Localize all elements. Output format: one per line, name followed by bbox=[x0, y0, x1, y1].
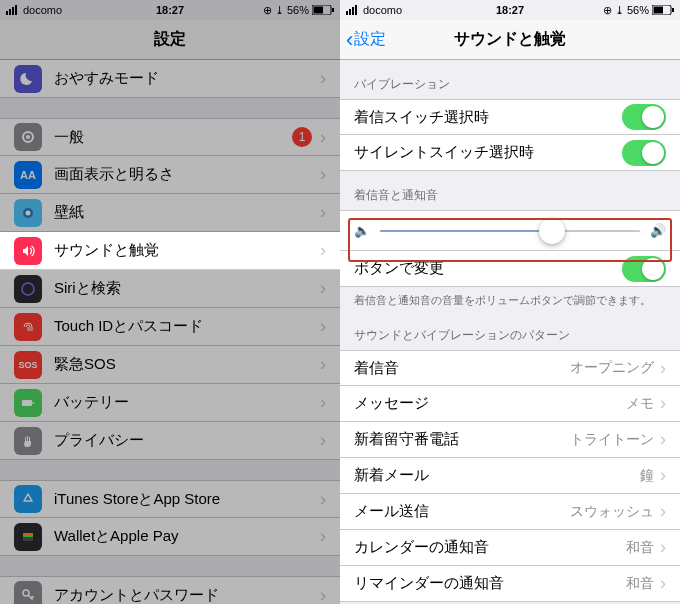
svg-rect-24 bbox=[672, 8, 674, 12]
appstore-icon bbox=[14, 485, 42, 513]
wallet-icon bbox=[14, 523, 42, 551]
status-bar: docomo 18:27 ⊕ ⤓ 56% bbox=[0, 0, 340, 20]
cell-dnd[interactable]: おやすみモード › bbox=[0, 60, 340, 98]
cell-newmail[interactable]: 新着メール 鐘 › bbox=[340, 458, 680, 494]
chevron-right-icon: › bbox=[320, 585, 326, 605]
cell-general[interactable]: 一般 1 › bbox=[0, 118, 340, 156]
svg-point-10 bbox=[26, 210, 31, 215]
cell-sos[interactable]: SOS 緊急SOS › bbox=[0, 346, 340, 384]
cell-silent-switch[interactable]: サイレントスイッチ選択時 bbox=[340, 135, 680, 171]
cell-detail: 鐘 bbox=[640, 467, 654, 485]
speaker-icon bbox=[14, 237, 42, 265]
cell-message[interactable]: メッセージ メモ › bbox=[340, 386, 680, 422]
cell-label: 壁紙 bbox=[54, 203, 320, 222]
settings-root-screen: docomo 18:27 ⊕ ⤓ 56% 設定 おやすみモード › 一般 1 › bbox=[0, 0, 340, 604]
cell-itunes[interactable]: iTunes StoreとApp Store › bbox=[0, 480, 340, 518]
cell-label: プライバシー bbox=[54, 431, 320, 450]
chevron-right-icon: › bbox=[320, 240, 326, 261]
chevron-right-icon: › bbox=[320, 489, 326, 510]
slider-thumb[interactable] bbox=[539, 218, 565, 244]
sounds-list: バイブレーション 着信スイッチ選択時 サイレントスイッチ選択時 着信音と通知音 … bbox=[340, 60, 680, 602]
volume-low-icon: 🔈 bbox=[354, 223, 370, 238]
gear-icon bbox=[14, 123, 42, 151]
volume-slider[interactable] bbox=[380, 230, 640, 232]
page-title: サウンドと触覚 bbox=[454, 29, 566, 50]
status-bar: docomo 18:27 ⊕ ⤓ 56% bbox=[340, 0, 680, 20]
cell-label: メール送信 bbox=[354, 502, 570, 521]
cell-label: メッセージ bbox=[354, 394, 626, 413]
cell-label: Siriと検索 bbox=[54, 279, 320, 298]
cell-ring-switch[interactable]: 着信スイッチ選択時 bbox=[340, 99, 680, 135]
svg-rect-20 bbox=[352, 7, 354, 15]
toggle-switch[interactable] bbox=[622, 140, 666, 166]
notification-badge: 1 bbox=[292, 127, 312, 147]
section-header-vibration: バイブレーション bbox=[340, 60, 680, 99]
sounds-screen: docomo 18:27 ⊕ ⤓ 56% ‹ 設定 サウンドと触覚 バイブレーシ… bbox=[340, 0, 680, 604]
section-header-patterns: サウンドとバイブレーションのパターン bbox=[340, 311, 680, 350]
key-icon bbox=[14, 581, 42, 604]
volume-high-icon: 🔊 bbox=[650, 223, 666, 238]
wallpaper-icon bbox=[14, 199, 42, 227]
toggle-switch[interactable] bbox=[622, 104, 666, 130]
cell-reminder[interactable]: リマインダーの通知音 和音 › bbox=[340, 566, 680, 602]
chevron-right-icon: › bbox=[320, 164, 326, 185]
cell-wallet[interactable]: WalletとApple Pay › bbox=[0, 518, 340, 556]
chevron-right-icon: › bbox=[660, 358, 666, 379]
cell-siri[interactable]: Siriと検索 › bbox=[0, 270, 340, 308]
chevron-right-icon: › bbox=[660, 537, 666, 558]
cell-privacy[interactable]: プライバシー › bbox=[0, 422, 340, 460]
svg-rect-13 bbox=[33, 402, 35, 404]
cell-calendar[interactable]: カレンダーの通知音 和音 › bbox=[340, 530, 680, 566]
cell-label: 緊急SOS bbox=[54, 355, 320, 374]
chevron-right-icon: › bbox=[320, 430, 326, 451]
cell-detail: メモ bbox=[626, 395, 654, 413]
cell-wallpaper[interactable]: 壁紙 › bbox=[0, 194, 340, 232]
cell-label: アカウントとパスワード bbox=[54, 586, 320, 605]
chevron-right-icon: › bbox=[320, 202, 326, 223]
chevron-right-icon: › bbox=[320, 278, 326, 299]
back-button[interactable]: ‹ 設定 bbox=[346, 29, 386, 51]
cell-detail: スウォッシュ bbox=[570, 503, 654, 521]
cell-label: iTunes StoreとApp Store bbox=[54, 490, 320, 509]
cell-sentmail[interactable]: メール送信 スウォッシュ › bbox=[340, 494, 680, 530]
chevron-right-icon: › bbox=[660, 393, 666, 414]
carrier-label: docomo bbox=[363, 4, 402, 16]
svg-rect-3 bbox=[15, 5, 17, 15]
chevron-right-icon: › bbox=[320, 68, 326, 89]
nav-bar: 設定 bbox=[0, 20, 340, 60]
fingerprint-icon bbox=[14, 313, 42, 341]
cell-voicemail[interactable]: 新着留守番電話 トライトーン › bbox=[340, 422, 680, 458]
svg-rect-5 bbox=[314, 7, 324, 14]
cell-detail: オープニング bbox=[570, 359, 654, 377]
svg-rect-12 bbox=[22, 400, 32, 406]
section-header-ringer: 着信音と通知音 bbox=[340, 171, 680, 210]
cell-ringtone[interactable]: 着信音 オープニング › bbox=[340, 350, 680, 386]
cell-touchid[interactable]: Touch IDとパスコード › bbox=[0, 308, 340, 346]
cell-sound[interactable]: サウンドと触覚 › bbox=[0, 232, 340, 270]
hand-icon bbox=[14, 427, 42, 455]
cell-label: 着信スイッチ選択時 bbox=[354, 108, 622, 127]
svg-rect-1 bbox=[9, 9, 11, 15]
cell-label: リマインダーの通知音 bbox=[354, 574, 626, 593]
cell-label: カレンダーの通知音 bbox=[354, 538, 626, 557]
volume-slider-cell: 🔈 🔊 bbox=[340, 210, 680, 251]
chevron-right-icon: › bbox=[660, 501, 666, 522]
svg-point-11 bbox=[22, 283, 34, 295]
cell-button-change[interactable]: ボタンで変更 bbox=[340, 251, 680, 287]
svg-rect-23 bbox=[654, 7, 664, 14]
settings-list: おやすみモード › 一般 1 › AA 画面表示と明るさ › 壁紙 › bbox=[0, 60, 340, 604]
cell-label: 新着留守番電話 bbox=[354, 430, 570, 449]
cell-battery[interactable]: バッテリー › bbox=[0, 384, 340, 422]
cell-detail: 和音 bbox=[626, 539, 654, 557]
cell-display[interactable]: AA 画面表示と明るさ › bbox=[0, 156, 340, 194]
moon-icon bbox=[14, 65, 42, 93]
back-label: 設定 bbox=[354, 29, 386, 50]
svg-rect-15 bbox=[23, 533, 33, 535]
svg-rect-0 bbox=[6, 11, 8, 15]
chevron-right-icon: › bbox=[320, 127, 326, 148]
chevron-right-icon: › bbox=[320, 316, 326, 337]
toggle-switch[interactable] bbox=[622, 256, 666, 282]
chevron-right-icon: › bbox=[660, 465, 666, 486]
cell-accounts[interactable]: アカウントとパスワード › bbox=[0, 576, 340, 604]
display-icon: AA bbox=[14, 161, 42, 189]
